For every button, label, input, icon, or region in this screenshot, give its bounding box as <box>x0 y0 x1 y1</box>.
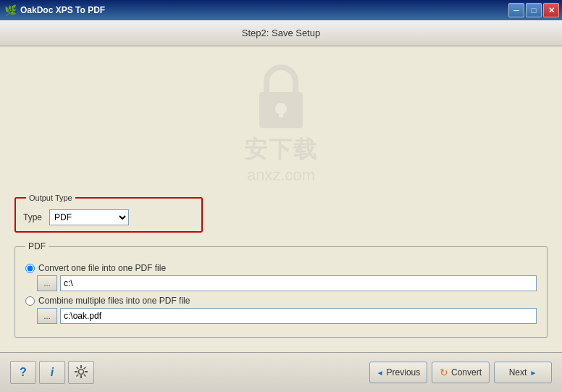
watermark-text1: 安下载 <box>244 134 318 166</box>
info-icon: i <box>51 366 54 379</box>
pdf-option-1: Convert one file into one PDF file ... <box>25 263 537 291</box>
toolbar-right: Previous Convert Next <box>369 362 552 383</box>
pdf-option-2-label: Combine multiple files into one PDF file <box>38 296 190 306</box>
svg-line-10 <box>84 367 86 369</box>
svg-line-9 <box>84 374 86 376</box>
svg-point-3 <box>79 369 84 374</box>
title-bar-buttons: ─ □ ✕ <box>508 3 559 17</box>
type-row: Type PDF <box>23 209 194 225</box>
maximize-button[interactable]: □ <box>526 3 542 17</box>
previous-label: Previous <box>387 367 421 378</box>
title-bar-left: 🌿 OakDoc XPS To PDF <box>4 4 105 16</box>
step-title: Step2: Save Setup <box>242 28 320 38</box>
pdf-option-2-radio[interactable] <box>25 296 35 306</box>
pdf-option-2-radio-row: Combine multiple files into one PDF file <box>25 296 537 306</box>
next-arrow-icon <box>529 367 537 378</box>
path-input-1[interactable] <box>60 275 537 291</box>
minimize-button[interactable]: ─ <box>508 3 524 17</box>
help-icon: ? <box>20 366 27 379</box>
convert-icon <box>440 367 448 378</box>
step-header: Step2: Save Setup <box>0 20 562 46</box>
type-label: Type <box>23 212 43 222</box>
convert-button[interactable]: Convert <box>432 362 490 383</box>
type-select[interactable]: PDF <box>49 209 129 225</box>
output-type-legend: Output Type <box>26 193 75 202</box>
svg-point-1 <box>275 103 287 114</box>
watermark-lock-icon <box>248 62 314 134</box>
pdf-option-1-path-row: ... <box>37 275 537 291</box>
help-button[interactable]: ? <box>10 361 36 384</box>
title-bar: 🌿 OakDoc XPS To PDF ─ □ ✕ <box>0 0 562 20</box>
main-content: Step2: Save Setup 安下载 anxz.com Output Ty… <box>0 20 562 392</box>
convert-label: Convert <box>451 367 482 378</box>
svg-rect-2 <box>279 109 283 117</box>
browse-btn-2[interactable]: ... <box>37 308 57 324</box>
next-label: Next <box>509 367 527 378</box>
watermark-area: 安下载 anxz.com <box>14 61 548 185</box>
pdf-option-1-radio-row: Convert one file into one PDF file <box>25 263 537 273</box>
settings-icon <box>75 365 88 380</box>
pdf-option-1-radio[interactable] <box>25 264 35 273</box>
watermark-text2: anxz.com <box>247 166 315 185</box>
info-button[interactable]: i <box>39 361 65 384</box>
pdf-option-2-path-row: ... <box>37 308 537 324</box>
next-button[interactable]: Next <box>494 362 552 383</box>
toolbar-left: ? i <box>10 361 94 384</box>
path-input-2[interactable] <box>60 308 537 324</box>
svg-line-11 <box>77 374 79 376</box>
body-area: 安下载 anxz.com Output Type Type PDF PDF Co… <box>0 46 562 352</box>
pdf-options-group: PDF Convert one file into one PDF file .… <box>14 241 548 338</box>
browse-btn-1[interactable]: ... <box>37 275 57 291</box>
pdf-legend: PDF <box>25 241 49 251</box>
output-type-group: Output Type Type PDF <box>14 193 203 233</box>
bottom-toolbar: ? i <box>0 352 562 392</box>
previous-button[interactable]: Previous <box>369 362 427 383</box>
settings-button[interactable] <box>68 361 94 384</box>
previous-arrow-icon <box>377 367 384 378</box>
svg-rect-0 <box>259 92 303 128</box>
pdf-option-2: Combine multiple files into one PDF file… <box>25 296 537 324</box>
app-title: OakDoc XPS To PDF <box>20 5 105 15</box>
close-button[interactable]: ✕ <box>543 3 559 17</box>
app-icon: 🌿 <box>4 4 17 16</box>
pdf-option-1-label: Convert one file into one PDF file <box>38 263 166 273</box>
svg-line-8 <box>77 367 79 369</box>
